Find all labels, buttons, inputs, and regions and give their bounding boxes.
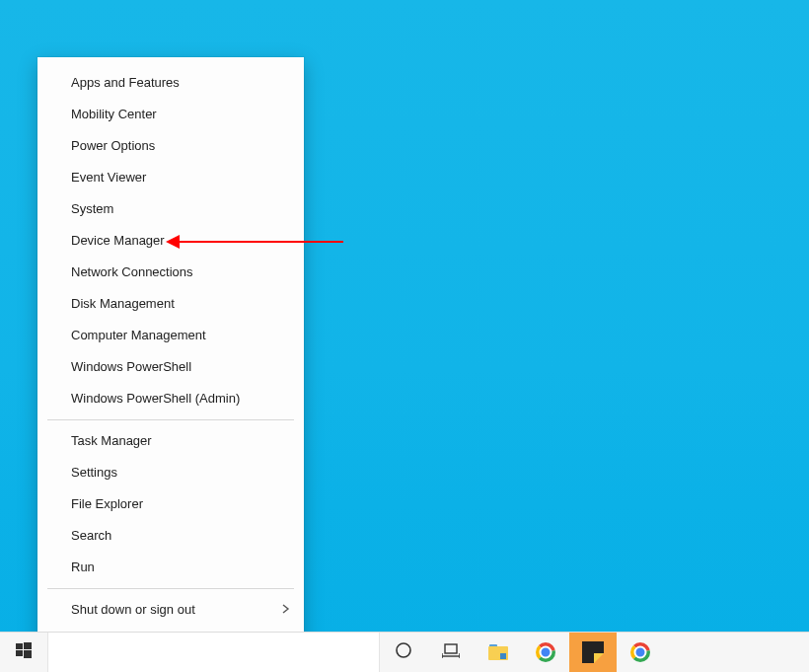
- menu-item-label: Shut down or sign out: [71, 602, 195, 617]
- menu-item-disk-management[interactable]: Disk Management: [37, 288, 304, 320]
- menu-item-label: Device Manager: [71, 233, 165, 248]
- menu-item-label: Computer Management: [71, 328, 206, 342]
- svg-rect-2: [16, 650, 23, 656]
- menu-item-system[interactable]: System: [37, 193, 304, 225]
- menu-item-label: Disk Management: [71, 296, 175, 311]
- menu-item-windows-powershell-admin[interactable]: Windows PowerShell (Admin): [37, 383, 304, 414]
- taskbar-item-chrome[interactable]: [522, 633, 569, 672]
- menu-item-label: Search: [71, 528, 111, 543]
- chrome-icon: [536, 642, 555, 662]
- taskbar-item-cortana[interactable]: [380, 633, 427, 672]
- menu-item-mobility-center[interactable]: Mobility Center: [37, 99, 304, 130]
- menu-item-label: Event Viewer: [71, 170, 146, 185]
- menu-item-label: File Explorer: [71, 496, 143, 511]
- svg-point-4: [397, 643, 410, 657]
- svg-rect-5: [445, 644, 457, 653]
- menu-item-label: Settings: [71, 465, 117, 480]
- sticky-notes-icon: [582, 641, 604, 663]
- taskbar-item-chrome-2[interactable]: [617, 633, 664, 672]
- taskbar-item-task-view[interactable]: [427, 633, 475, 672]
- menu-item-label: Task Manager: [71, 433, 152, 448]
- svg-rect-0: [16, 643, 23, 649]
- menu-item-power-options[interactable]: Power Options: [37, 130, 304, 162]
- power-user-menu: Apps and Features Mobility Center Power …: [37, 57, 304, 667]
- menu-item-label: Run: [71, 560, 95, 574]
- taskbar: [0, 632, 809, 672]
- menu-item-label: Mobility Center: [71, 107, 157, 121]
- task-view-icon: [442, 642, 460, 662]
- menu-item-label: Windows PowerShell: [71, 359, 191, 374]
- chrome-icon: [630, 642, 650, 662]
- menu-item-search[interactable]: Search: [37, 520, 304, 552]
- cortana-circle-icon: [395, 641, 412, 663]
- menu-item-computer-management[interactable]: Computer Management: [37, 320, 304, 351]
- menu-item-label: Power Options: [71, 138, 155, 153]
- menu-item-apps-and-features[interactable]: Apps and Features: [37, 67, 304, 99]
- taskbar-pinned-apps: [380, 633, 664, 672]
- menu-item-label: System: [71, 201, 113, 216]
- menu-item-task-manager[interactable]: Task Manager: [37, 425, 304, 457]
- menu-item-label: Windows PowerShell (Admin): [71, 391, 240, 406]
- taskbar-item-file-explorer[interactable]: [475, 633, 522, 672]
- svg-rect-1: [24, 642, 32, 649]
- file-explorer-icon: [488, 644, 508, 660]
- menu-item-windows-powershell[interactable]: Windows PowerShell: [37, 351, 304, 383]
- chevron-right-icon: [282, 594, 290, 626]
- desktop[interactable]: Apps and Features Mobility Center Power …: [0, 0, 809, 672]
- menu-item-label: Apps and Features: [71, 75, 180, 90]
- menu-item-network-connections[interactable]: Network Connections: [37, 257, 304, 288]
- windows-logo-icon: [16, 642, 32, 662]
- menu-item-run[interactable]: Run: [37, 552, 304, 583]
- menu-item-event-viewer[interactable]: Event Viewer: [37, 162, 304, 193]
- start-button[interactable]: [0, 633, 47, 672]
- menu-item-settings[interactable]: Settings: [37, 457, 304, 488]
- menu-separator: [47, 419, 294, 420]
- svg-rect-3: [24, 650, 32, 658]
- menu-item-file-explorer[interactable]: File Explorer: [37, 488, 304, 520]
- menu-item-shut-down-or-sign-out[interactable]: Shut down or sign out: [37, 594, 304, 626]
- taskbar-item-sticky-notes[interactable]: [569, 633, 617, 672]
- taskbar-search-box[interactable]: [47, 633, 380, 672]
- menu-separator: [47, 588, 294, 589]
- menu-item-label: Network Connections: [71, 264, 193, 279]
- menu-item-device-manager[interactable]: Device Manager: [37, 225, 304, 257]
